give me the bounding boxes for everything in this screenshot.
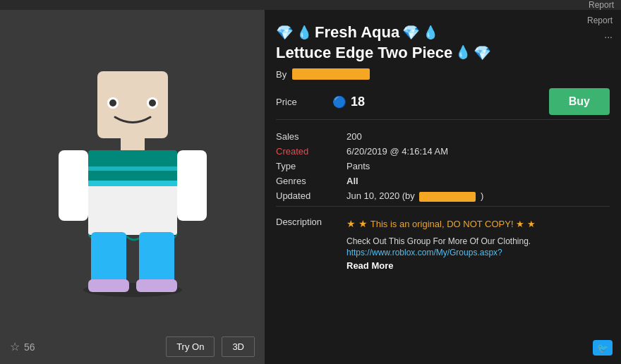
favorites-count: 56 (24, 341, 35, 353)
item-title: 💎 💧 Fresh Aqua 💎 💧 Lettuce Edge Two Piec… (276, 23, 610, 63)
description-body-section: Check Out This Group For More Of Our Clo… (346, 235, 610, 272)
type-label: Type (276, 161, 346, 171)
type-row: Type Pants (276, 161, 610, 171)
title-text-line1: Fresh Aqua (315, 23, 399, 43)
twitter-icon: 🐦 (597, 343, 608, 353)
price-value: 🔵 18 (332, 95, 549, 109)
right-panel: Report ··· 💎 💧 Fresh Aqua 💎 💧 Lettuce Ed… (265, 10, 621, 364)
desc-stars-left: ★ ★ (346, 218, 370, 229)
created-value: 6/20/2019 @ 4:16:14 AM (346, 146, 610, 157)
description-row: Description ★ ★ This is an original, DO … (276, 217, 610, 229)
svg-rect-16 (88, 279, 129, 292)
description-section: Description ★ ★ This is an original, DO … (276, 217, 610, 272)
info-grid: Sales 200 Created 6/20/2019 @ 4:16:14 AM… (276, 131, 610, 202)
sales-row: Sales 200 (276, 131, 610, 142)
description-star-text: ★ ★ This is an original, DO NOT COPY! ★ … (346, 218, 610, 229)
left-panel: ☆ 56 Try On 3D (0, 10, 265, 364)
svg-point-5 (149, 99, 156, 107)
svg-rect-9 (88, 181, 177, 186)
diamond-icon-1: 💎 (276, 23, 294, 42)
divider-1 (276, 119, 610, 120)
favorites-star-icon[interactable]: ☆ (10, 340, 20, 353)
updated-prefix: Jun 10, 2020 (by (346, 190, 415, 201)
updated-row: Updated Jun 10, 2020 (by ) (276, 190, 610, 202)
item-preview (7, 17, 258, 336)
sales-label: Sales (276, 131, 346, 142)
price-label: Price (276, 97, 332, 107)
divider-2 (276, 206, 610, 207)
droplet-icon-1: 💧 (296, 25, 312, 41)
character-display (34, 57, 231, 297)
twitter-share-button[interactable]: 🐦 (593, 340, 613, 356)
3d-button[interactable]: 3D (222, 336, 255, 357)
description-label: Description (276, 217, 346, 227)
genres-label: Genres (276, 176, 346, 186)
report-link[interactable]: Report (587, 16, 613, 25)
description-text: This is an original, DO NOT COPY! ★ ★ (370, 219, 536, 229)
creator-row: By (276, 68, 610, 80)
description-link[interactable]: https://www.roblox.com/My/Groups.aspx? (346, 248, 610, 257)
updated-value: Jun 10, 2020 (by ) (346, 190, 610, 202)
creator-prefix: By (276, 69, 287, 80)
updated-suffix: ) (481, 190, 483, 201)
svg-rect-11 (88, 186, 177, 235)
genres-value: All (346, 176, 610, 186)
created-label: Created (276, 146, 346, 157)
diamond-icon-3: 💎 (474, 44, 491, 62)
svg-rect-15 (139, 232, 174, 285)
title-line2: Lettuce Edge Two Piece 💧 💎 (276, 43, 610, 63)
price-section: Price 🔵 18 Buy (276, 88, 610, 115)
updated-label: Updated (276, 190, 346, 201)
droplet-icon-2: 💧 (423, 25, 438, 41)
title-line1: 💎 💧 Fresh Aqua 💎 💧 (276, 23, 610, 43)
robux-icon: 🔵 (332, 95, 346, 109)
main-content: ☆ 56 Try On 3D Report ··· 💎 💧 Fresh Aqua… (0, 10, 621, 364)
favorites-bar: ☆ 56 (10, 340, 35, 353)
report-link[interactable]: Report (589, 0, 614, 10)
description-body: Check Out This Group For More Of Our Clo… (346, 235, 610, 248)
genres-row: Genres All (276, 176, 610, 186)
type-value: Pants (346, 161, 610, 171)
read-more-button[interactable]: Read More (346, 260, 393, 271)
svg-point-4 (109, 99, 116, 107)
sales-value: 200 (346, 131, 610, 142)
character-svg (37, 57, 228, 297)
price-number: 18 (351, 95, 365, 109)
more-options-button[interactable]: ··· (604, 31, 613, 42)
created-row: Created 6/20/2019 @ 4:16:14 AM (276, 146, 610, 157)
diamond-icon-2: 💎 (402, 23, 420, 42)
droplet-icon-3: 💧 (455, 44, 471, 61)
svg-rect-10 (88, 166, 177, 171)
creator-name-redacted[interactable] (292, 68, 370, 80)
top-bar: Report (0, 0, 621, 10)
bottom-controls: Try On 3D (166, 336, 255, 357)
svg-rect-12 (59, 150, 88, 221)
try-on-button[interactable]: Try On (166, 336, 215, 357)
buy-button[interactable]: Buy (549, 88, 610, 115)
updated-name-redacted (419, 192, 476, 202)
title-text-line2: Lettuce Edge Two Piece (276, 43, 452, 63)
svg-rect-17 (136, 279, 177, 292)
svg-rect-14 (91, 232, 126, 285)
svg-rect-13 (177, 150, 207, 221)
